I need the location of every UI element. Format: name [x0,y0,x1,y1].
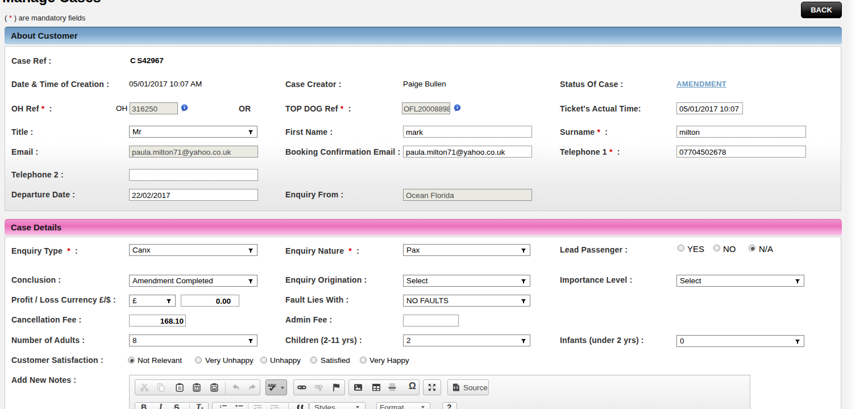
svg-text:ABC: ABC [268,383,276,387]
svg-text:T: T [196,386,198,390]
svg-text:w: w [213,387,216,390]
svg-text:1: 1 [219,404,222,408]
